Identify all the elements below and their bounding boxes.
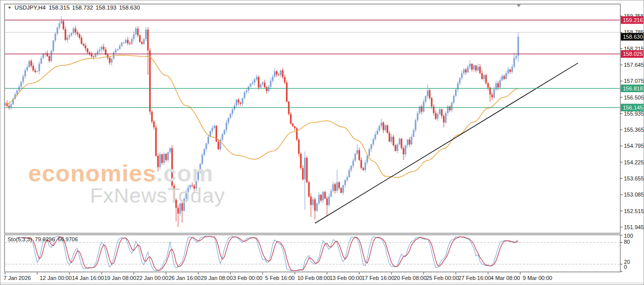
candle-bull xyxy=(97,51,99,54)
candle-bear xyxy=(151,112,153,122)
candle-bear xyxy=(63,21,64,29)
time-tick-label: 27 Feb 16:00 xyxy=(458,275,491,281)
time-tick-label: 7 Jan 2026 xyxy=(4,275,31,281)
candle-bear xyxy=(429,90,431,98)
candle-bull xyxy=(514,58,515,67)
candle-bear xyxy=(498,83,499,87)
candle-bull xyxy=(318,195,320,204)
time-tick-label: 4 Mar 08:00 xyxy=(491,275,520,281)
candle-bear xyxy=(465,69,467,72)
candle-bull xyxy=(214,126,215,128)
candle-bear xyxy=(49,56,50,61)
candle-bull xyxy=(367,156,368,162)
candle-bear xyxy=(109,58,111,63)
time-tick-label: 13 Feb 00:00 xyxy=(330,275,362,281)
level-price-badge: 159.216 xyxy=(621,16,644,24)
ohlc-low: 158.193 xyxy=(96,5,117,11)
ohlc-high: 158.732 xyxy=(72,5,93,11)
chevron-down-icon[interactable]: ▼ xyxy=(8,6,12,10)
time-tick-label: 26 Jan 16:00 xyxy=(169,275,201,281)
candle-bear xyxy=(310,197,312,205)
candle-bear xyxy=(147,30,149,50)
candle-bear xyxy=(141,42,143,44)
current-price-badge: 158.630 xyxy=(621,33,644,41)
candle-bear xyxy=(35,70,36,72)
candle-bear xyxy=(409,140,411,145)
candle-bull xyxy=(369,149,370,155)
candle-bear xyxy=(278,74,280,75)
candle-bear xyxy=(107,55,109,58)
candle-bull xyxy=(274,71,276,77)
candle-bull xyxy=(95,54,97,57)
time-tick-label: 29 Jan 08:00 xyxy=(201,275,233,281)
time-tick-label: 19 Jan 08:00 xyxy=(104,275,136,281)
time-tick-label: 25 Feb 00:00 xyxy=(426,275,459,281)
price-tick-label: 155.935 xyxy=(624,111,644,117)
candle-bull xyxy=(67,37,68,40)
candle-bear xyxy=(314,200,316,211)
candle-bear xyxy=(31,61,32,66)
price-tick-label: 154.795 xyxy=(624,143,644,149)
indicator-panel-frame[interactable] xyxy=(5,235,620,272)
svg-text:156.145: 156.145 xyxy=(623,105,643,111)
candle-bear xyxy=(486,75,487,83)
candle-bull xyxy=(180,204,181,214)
candle-bull xyxy=(445,113,447,123)
candle-bear xyxy=(282,70,284,77)
candle-bull xyxy=(399,139,400,144)
candle-bull xyxy=(423,102,425,112)
mt4-chart-window: 159.355158.785158.215157.645157.075156.5… xyxy=(0,0,644,285)
candle-bull xyxy=(145,30,147,39)
candle-bull xyxy=(115,50,117,52)
candle-bull xyxy=(312,200,314,205)
candle-bull xyxy=(413,130,415,137)
candle-bull xyxy=(250,84,252,86)
time-tick-label: 5 Feb 16:00 xyxy=(265,275,295,281)
candle-bear xyxy=(302,168,304,179)
candle-bull xyxy=(208,137,209,144)
candle-bull xyxy=(55,34,56,41)
candle-bear xyxy=(137,29,139,36)
candle-bull xyxy=(184,199,185,211)
candle-bull xyxy=(143,39,145,44)
candle-bull xyxy=(453,96,455,103)
candle-bull xyxy=(355,154,356,161)
candle-bull xyxy=(198,172,199,179)
candle-bear xyxy=(264,82,266,87)
chart-canvas[interactable]: 159.355158.785158.215157.645157.075156.5… xyxy=(1,1,644,285)
candle-bear xyxy=(341,188,342,193)
candle-bull xyxy=(427,90,429,96)
candle-bull xyxy=(71,33,72,35)
candle-bull xyxy=(439,110,441,114)
candle-bear xyxy=(33,66,34,70)
main-panel-frame xyxy=(5,4,620,233)
svg-text:159.216: 159.216 xyxy=(623,17,643,23)
candle-bull xyxy=(484,75,485,79)
candle-bull xyxy=(331,191,332,197)
candle-bull xyxy=(39,64,40,71)
candle-bear xyxy=(65,29,66,40)
candle-bull xyxy=(252,82,254,83)
price-tick-label: 157.645 xyxy=(624,62,644,68)
candle-bull xyxy=(405,145,407,154)
candle-bear xyxy=(294,126,296,128)
candle-bear xyxy=(258,77,260,87)
candle-bear xyxy=(383,123,384,130)
candle-bull xyxy=(121,43,123,46)
sto-tick-label: 0 xyxy=(624,264,627,270)
candle-bear xyxy=(320,195,322,201)
candle-bull xyxy=(371,144,372,149)
candle-bull xyxy=(469,64,471,67)
level-price-badge: 156.818 xyxy=(621,84,644,92)
price-tick-label: 152.515 xyxy=(624,208,644,214)
candle-bull xyxy=(133,34,135,39)
svg-text:158.025: 158.025 xyxy=(623,51,643,57)
candle-bull xyxy=(357,150,358,154)
candle-bear xyxy=(403,148,405,154)
candle-bull xyxy=(131,39,133,44)
candle-bull xyxy=(351,166,352,170)
candle-bull xyxy=(59,23,60,28)
candle-bull xyxy=(123,43,125,43)
candle-bear xyxy=(479,67,481,73)
candle-bear xyxy=(308,182,310,197)
